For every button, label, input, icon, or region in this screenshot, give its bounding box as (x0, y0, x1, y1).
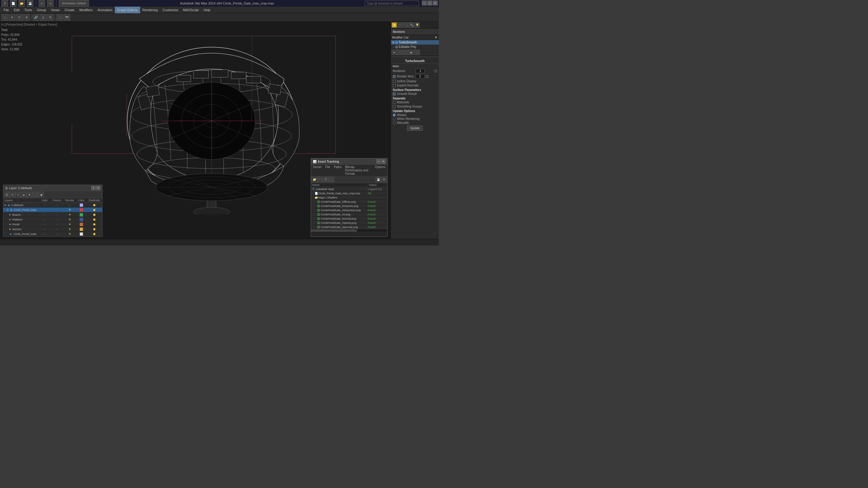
layer-freeze-default[interactable]: — (51, 204, 63, 207)
asset-row-glossiness[interactable]: 🖼 CirclePortalGate_Glossiness.png Found (311, 208, 387, 213)
asset-row-ior[interactable]: 🖼 CirclePortalGate_Ior.png Found (311, 213, 387, 217)
asset-row-normal[interactable]: 🖼 CirclePortalGate_Normal.png Found (311, 217, 387, 221)
layer-row-beams[interactable]: ▶ Beams — — ☀ (3, 213, 102, 217)
modifier-turbosmooth[interactable]: TurboSmooth (391, 40, 439, 44)
layer-render-beams[interactable]: ☀ (63, 213, 76, 216)
layer-hide-cpg-obj[interactable]: — (38, 233, 51, 235)
layers-tool-delete[interactable]: ✕ (10, 192, 15, 197)
menu-edit[interactable]: Edit (11, 7, 22, 13)
sector-btn-4[interactable]: 🔧 (409, 22, 414, 28)
layer-hide-platform[interactable]: — (38, 218, 51, 221)
menu-maxscript[interactable]: MAXScript (181, 7, 201, 13)
asset-row-diffuse[interactable]: 🖼 CirclePortalGate_Diffuse.png Found (311, 200, 387, 204)
asset-minimize-btn[interactable]: – (376, 159, 381, 164)
mod-icon-1[interactable]: ⬅ (392, 50, 397, 55)
ts-smooth-check[interactable] (393, 93, 396, 96)
layer-hide-cpg[interactable]: — (38, 208, 51, 212)
ts-always-radio[interactable] (393, 113, 396, 117)
asset-menu-options[interactable]: Options (373, 165, 387, 176)
layer-freeze-portal[interactable]: — (51, 223, 63, 226)
new-btn[interactable]: 📄 (10, 0, 17, 7)
tool-move[interactable]: ✛ (9, 14, 16, 21)
layers-tool-down[interactable]: ▼ (27, 192, 32, 197)
tool-angle-snap[interactable]: ∠ (40, 14, 46, 21)
tool-percent-snap[interactable]: % (47, 14, 54, 21)
layer-row-platform[interactable]: ▶ Platform — — ☀ (3, 217, 102, 222)
layer-freeze-cpg-obj[interactable]: — (51, 233, 63, 235)
layer-render-sectors[interactable]: ☀ (63, 227, 76, 231)
menu-customize[interactable]: Customize (160, 7, 181, 13)
layer-color-cpg-obj[interactable] (76, 232, 87, 236)
modifier-checkbox-2[interactable] (396, 46, 398, 48)
asset-menu-server[interactable]: Server (311, 165, 323, 176)
asset-row-emissive[interactable]: 🖼 CirclePortalGate_Emissive.png Found (311, 204, 387, 208)
layer-radio-sectors[interactable] (87, 228, 102, 230)
menu-graph-editors[interactable]: Graph Editors (115, 7, 140, 13)
layer-radio-portal[interactable] (87, 223, 102, 226)
layer-freeze-cpg[interactable]: — (51, 208, 63, 212)
layer-radio-beams[interactable] (87, 214, 102, 216)
layer-render-cpg[interactable]: ☀ (63, 208, 76, 212)
undo-btn[interactable]: ↩ (38, 0, 45, 7)
mod-icon-2[interactable]: ⬛ (397, 50, 403, 55)
minimize-btn[interactable]: – (422, 1, 427, 5)
asset-scrollbar[interactable] (311, 229, 387, 232)
ts-update-button[interactable]: Update (407, 126, 422, 131)
layer-color-beams[interactable] (76, 213, 87, 217)
tool-camera[interactable]: 📷 (64, 14, 70, 21)
search-input[interactable] (365, 1, 419, 6)
layer-color-sectors[interactable] (76, 227, 87, 231)
asset-close-btn[interactable]: ✕ (381, 159, 385, 164)
ts-isoline-check[interactable] (393, 80, 396, 83)
asset-row-specular[interactable]: 🖼 CirclePortalGate_Specular.png Found (311, 225, 387, 229)
menu-group[interactable]: Group (34, 7, 49, 13)
ts-explicit-check[interactable] (393, 84, 396, 87)
asset-tool-4[interactable]: ⬚ (329, 177, 334, 182)
ts-render-iters-spinner[interactable] (426, 75, 428, 78)
layers-tool-collapse[interactable]: ◀ (38, 192, 44, 197)
asset-menu-bitmap[interactable]: Bitmap Performance and Format (343, 165, 373, 176)
tool-render[interactable]: ⬛ (56, 14, 63, 21)
menu-animation[interactable]: Animation (95, 7, 115, 13)
menu-help[interactable]: Help (201, 7, 213, 13)
asset-row-opacity[interactable]: 🖼 CirclePortalGate_Opacity.png Found (311, 221, 387, 225)
mod-icon-4[interactable]: ▶ (409, 50, 414, 55)
layers-tool-list[interactable]: ☰ (4, 192, 9, 197)
redo-btn[interactable]: ↪ (47, 0, 54, 7)
layer-radio-default[interactable] (87, 204, 102, 206)
layer-render-default[interactable]: — (63, 204, 76, 207)
sector-btn-2[interactable]: ⬚ (397, 22, 403, 28)
layers-tool-expand[interactable]: ⬚ (33, 192, 38, 197)
menu-views[interactable]: Views (49, 7, 62, 13)
layer-radio-platform[interactable] (87, 218, 102, 221)
layers-question-btn[interactable]: ? (91, 186, 96, 190)
asset-menu-file[interactable]: File (323, 165, 332, 176)
layer-row-default[interactable]: ▶ ◉ 0 (default) — — — (3, 203, 102, 207)
layer-row-cpg[interactable]: ▶ ◉ Circle_Portal_Gate — — ☀ (3, 207, 102, 213)
layer-freeze-beams[interactable]: — (51, 213, 63, 216)
open-btn[interactable]: 📂 (19, 0, 25, 7)
ts-whenrendering-radio[interactable] (393, 118, 396, 121)
layer-hide-default[interactable]: — (38, 204, 51, 207)
layer-render-platform[interactable]: ☀ (63, 218, 76, 221)
layer-hide-beams[interactable]: — (38, 213, 51, 216)
asset-tool-3[interactable]: ☰ (323, 177, 329, 182)
ts-manually-radio[interactable] (393, 121, 396, 124)
ts-smoothgroups-check[interactable] (393, 105, 396, 108)
tool-select[interactable]: ⬚ (1, 14, 8, 21)
sector-btn-3[interactable]: ⬛ (403, 22, 408, 28)
layer-color-portal[interactable] (76, 223, 87, 226)
asset-row-maps[interactable]: 📁 Maps / Shaders (311, 195, 387, 200)
sector-btn-5[interactable]: 💡 (414, 22, 420, 28)
asset-tool-2[interactable]: ⬛ (317, 177, 323, 182)
asset-row-maxfile[interactable]: 📄 Circle_Portal_Gate_max_vray.max Ok (311, 191, 387, 195)
menu-tools[interactable]: Tools (22, 7, 35, 13)
tool-snap[interactable]: 🔗 (33, 14, 39, 21)
layers-tool-add[interactable]: + (16, 192, 21, 197)
modifier-list-arrow[interactable]: ▼ (434, 36, 438, 39)
layer-render-portal[interactable]: ☀ (63, 223, 76, 226)
ts-iterations-value[interactable]: 1 (415, 69, 425, 73)
asset-tool-mem1[interactable]: 💾 (375, 177, 381, 182)
layer-row-sectors[interactable]: ▶ Sectors — — ☀ (3, 227, 102, 232)
workspace-dropdown[interactable]: Workspace: Default (59, 0, 89, 7)
